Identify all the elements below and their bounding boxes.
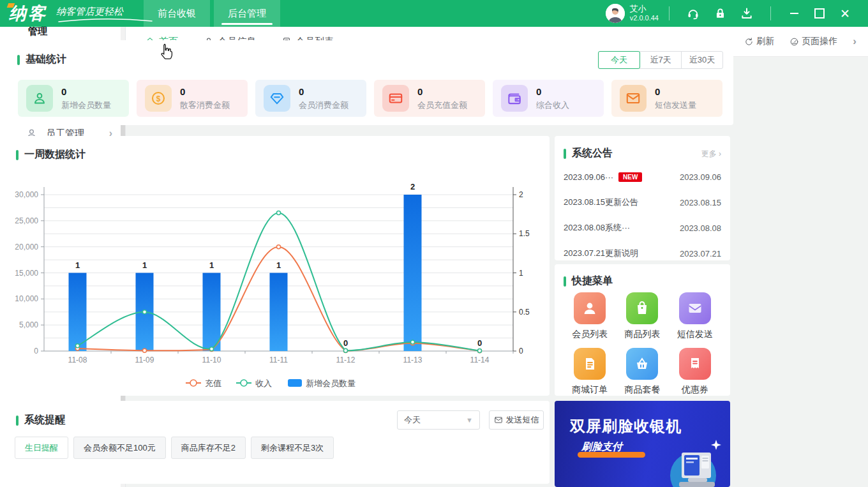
notice-item[interactable]: 2023.07.21更新说明 2023.07.21 [564, 241, 721, 266]
svg-text:1: 1 [209, 260, 214, 270]
svg-text:2: 2 [410, 182, 415, 191]
tag-low-course[interactable]: 剩余课程不足3次 [251, 437, 334, 459]
notice-item[interactable]: 2023.08.08系统··· 2023.08.08 [564, 215, 721, 241]
chevron-down-icon: ▼ [466, 416, 473, 424]
title-accent-bar [564, 276, 566, 287]
notice-text: 2023.09.06··· [564, 172, 613, 182]
customer-service-icon[interactable] [687, 7, 700, 20]
svg-text:11-11: 11-11 [269, 356, 288, 364]
envelope-icon [620, 85, 647, 112]
send-sms-label: 发送短信 [506, 414, 539, 426]
svg-text:10,000: 10,000 [15, 294, 38, 303]
lock-icon[interactable] [714, 7, 726, 20]
basket-icon [626, 348, 658, 380]
range-7days-button[interactable]: 近7天 [640, 51, 682, 69]
divider [669, 6, 670, 20]
section-title-weekly: 一周数据统计 [16, 148, 86, 161]
close-button[interactable]: ✕ [835, 4, 855, 23]
brand-logo: 纳客 [9, 2, 47, 25]
svg-text:11-13: 11-13 [403, 356, 423, 364]
svg-text:15,000: 15,000 [15, 269, 38, 278]
person-icon [574, 292, 606, 324]
notice-item[interactable]: 2023.08.15更新公告 2023.08.15 [564, 190, 721, 215]
notice-text: 2023.08.15更新公告 [564, 197, 638, 208]
shopping-bag-icon [626, 292, 658, 324]
stat-label: 会员消费金额 [299, 100, 348, 111]
svg-text:1.5: 1.5 [519, 229, 530, 238]
avatar-image [606, 4, 625, 23]
download-icon[interactable] [740, 7, 753, 20]
basic-stats-card: 基础统计 今天 近7天 近30天 0新增会员数量 $ 0散客消费金额 0会员消费… [7, 40, 733, 125]
nav-backend-admin[interactable]: 后台管理 [214, 0, 280, 27]
nav-front-cashier[interactable]: 前台收银 [144, 0, 210, 27]
divider [770, 6, 771, 20]
refresh-button[interactable]: 刷新 [744, 36, 774, 47]
refresh-icon [744, 37, 754, 47]
system-reminder-card: 系统提醒 今天 ▼ 发送短信 生日提醒 会员余额不足100元 商品库存不足2 剩… [7, 401, 550, 484]
maximize-button[interactable] [810, 4, 829, 23]
stat-new-members: 0新增会员数量 [18, 80, 129, 117]
brand-logo-text: 纳客 [9, 4, 47, 23]
section-title-text: 快捷菜单 [572, 274, 613, 288]
quick-label: 商品套餐 [624, 384, 660, 396]
ad-banner[interactable]: 双屏刷脸收银机 刷脸支付 [555, 401, 730, 487]
notice-more-link[interactable]: 更多 › [701, 149, 721, 160]
pos-machine-illustration [660, 436, 730, 487]
svg-text:0: 0 [343, 338, 348, 348]
coupon-icon [679, 348, 711, 380]
svg-text:2: 2 [519, 190, 523, 199]
tag-low-balance[interactable]: 会员余额不足100元 [73, 437, 166, 459]
tag-low-stock[interactable]: 商品库存不足2 [171, 437, 246, 459]
range-30days-button[interactable]: 近30天 [681, 51, 723, 69]
brand-slogan: 纳客管店更轻松 [56, 6, 123, 18]
page-ops-button[interactable]: 页面操作 [789, 36, 837, 47]
section-title-notice: 系统公告 [564, 147, 613, 160]
quick-mall-orders[interactable]: 商城订单 [572, 348, 608, 396]
svg-text:11-12: 11-12 [336, 356, 355, 364]
tag-birthday-reminder[interactable]: 生日提醒 [15, 437, 68, 459]
person-icon [26, 85, 53, 112]
avatar[interactable] [606, 4, 625, 23]
section-title-quick: 快捷菜单 [564, 274, 613, 288]
new-badge: NEW [618, 172, 642, 182]
reminder-date-select[interactable]: 今天 ▼ [397, 410, 480, 430]
svg-text:11-09: 11-09 [135, 356, 154, 364]
notice-date: 2023.09.06 [680, 172, 721, 182]
section-title-basic-stats: 基础统计 [17, 53, 66, 66]
quick-label: 优惠券 [682, 384, 708, 396]
svg-text:1: 1 [142, 260, 147, 270]
reminder-tag-row: 生日提醒 会员余额不足100元 商品库存不足2 剩余课程不足3次 [15, 437, 334, 459]
minimize-button[interactable] [784, 4, 804, 23]
quick-sms-send[interactable]: 短信发送 [677, 292, 713, 340]
send-sms-button[interactable]: 发送短信 [489, 410, 544, 430]
svg-text:1: 1 [276, 260, 281, 270]
quick-label: 会员列表 [572, 329, 608, 340]
quick-goods-bundle[interactable]: 商品套餐 [624, 348, 660, 396]
stat-value: 0 [180, 86, 230, 97]
quick-menu-grid: 会员列表 商品列表 短信发送 商城订单 商品套餐 优惠券 [564, 292, 721, 396]
stat-label: 短信发送量 [655, 100, 696, 111]
notice-item[interactable]: 2023.09.06··· NEW 2023.09.06 [564, 164, 721, 190]
section-title-text: 系统提醒 [24, 414, 65, 427]
quick-coupons[interactable]: 优惠券 [679, 348, 711, 396]
section-title-text: 基础统计 [26, 53, 66, 66]
quick-label: 短信发送 [677, 329, 713, 340]
notice-list: 2023.09.06··· NEW 2023.09.06 2023.08.15更… [564, 164, 721, 266]
stat-member-spend: 0会员消费金额 [255, 80, 366, 117]
quick-label: 商品列表 [624, 329, 660, 340]
app-window: 纳客 纳客管店更轻松 前台收银 后台管理 艾小 v2.0.0.44 [0, 0, 868, 487]
svg-text:1: 1 [519, 269, 523, 278]
quick-member-list[interactable]: 会员列表 [572, 292, 608, 340]
quick-goods-list[interactable]: 商品列表 [624, 292, 660, 340]
document-icon [574, 348, 606, 380]
svg-text:11-10: 11-10 [202, 356, 221, 364]
titlebar: 纳客 纳客管店更轻松 前台收银 后台管理 艾小 v2.0.0.44 [0, 0, 868, 27]
chevron-right-icon[interactable]: › [853, 35, 857, 48]
weekly-combo-chart[interactable]: 05,00010,00015,00020,00025,00030,00000.5… [13, 171, 543, 393]
svg-text:25,000: 25,000 [15, 216, 38, 225]
diamond-icon [264, 85, 290, 112]
quick-menu-card: 快捷菜单 会员列表 商品列表 短信发送 商城订单 商品套餐 [555, 264, 730, 396]
notice-text: 2023.08.08系统··· [564, 222, 630, 234]
svg-text:0.5: 0.5 [519, 308, 530, 317]
range-today-button[interactable]: 今天 [598, 51, 640, 69]
